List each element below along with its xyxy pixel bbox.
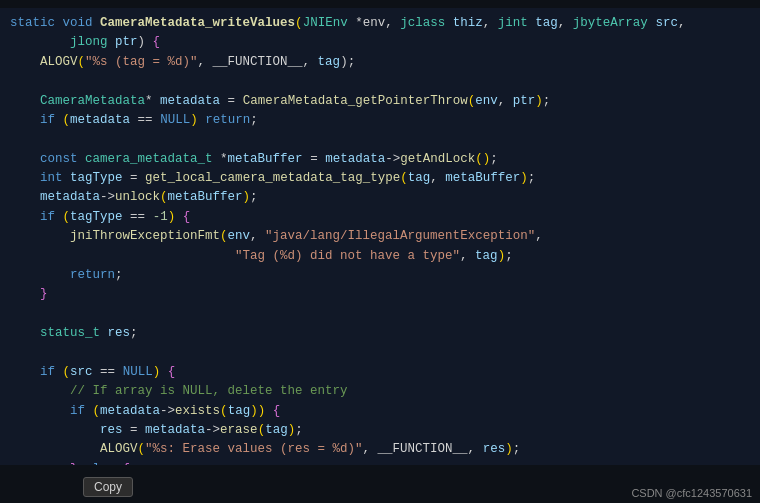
watermark: CSDN @cfc1243570631 [631,487,752,499]
copy-button[interactable]: Copy [83,477,133,497]
code-block: static void CameraMetadata_writeValues(J… [0,8,760,465]
code-container: static void CameraMetadata_writeValues(J… [0,0,760,503]
